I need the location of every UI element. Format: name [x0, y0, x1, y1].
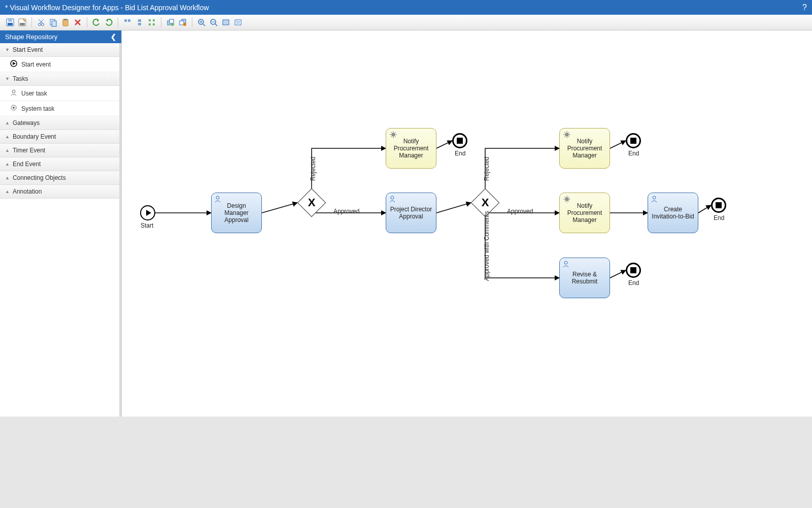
end-event[interactable] — [626, 133, 641, 148]
system-task[interactable]: Notify Procurement Manager — [559, 193, 610, 233]
node-label: End — [628, 279, 639, 287]
node-label: End — [628, 150, 639, 157]
paste-button[interactable] — [60, 17, 71, 27]
sidebar-category[interactable]: ▼Tasks — [0, 72, 119, 86]
user-task[interactable]: Create Invitation-to-Bid — [648, 193, 698, 233]
zoom-out-button[interactable] — [209, 17, 219, 27]
task-label: Revise & Resubmit — [563, 271, 606, 285]
zoom-actual-button[interactable] — [233, 17, 243, 27]
delete-button[interactable] — [73, 17, 83, 27]
gear-icon — [563, 131, 571, 140]
sidebar-category[interactable]: ▲Connecting Objects — [0, 171, 119, 185]
svg-point-21 — [171, 23, 174, 26]
system-task[interactable]: Notify Procurement Manager — [386, 128, 436, 169]
chevron-up-icon: ▲ — [5, 189, 10, 194]
svg-rect-2 — [8, 19, 12, 22]
distribute-button[interactable] — [147, 17, 157, 27]
gear-icon — [389, 131, 397, 140]
svg-rect-29 — [236, 21, 240, 24]
toolbar-separator — [31, 17, 32, 27]
app-header: * Visual Workflow Designer for Apps - Bi… — [0, 0, 812, 15]
end-event[interactable] — [711, 198, 726, 213]
chevron-down-icon: ▼ — [5, 47, 10, 52]
toolbar-separator — [192, 17, 192, 27]
palette-item[interactable]: User task — [0, 86, 119, 101]
zoom-in-button[interactable] — [196, 17, 207, 27]
save-button[interactable] — [5, 17, 15, 27]
toolbar-separator — [161, 17, 161, 27]
palette-item[interactable]: System task — [0, 101, 119, 116]
start-event[interactable] — [140, 205, 155, 220]
sidebar-category-label: Timer Event — [13, 147, 45, 154]
user-task[interactable]: Project Director Approval — [386, 193, 436, 233]
node-label: End — [714, 214, 724, 221]
svg-point-5 — [39, 23, 41, 26]
sidebar-category-label: Gateways — [13, 119, 40, 126]
page-title: Visual Workflow Designer for Apps - Bid … — [10, 4, 209, 12]
edge-label: Approved — [507, 208, 533, 215]
undo-button[interactable] — [91, 17, 101, 27]
task-label: Notify Procurement Manager — [389, 138, 433, 159]
svg-rect-12 — [128, 19, 130, 22]
copy-button[interactable] — [48, 17, 58, 27]
svg-point-6 — [42, 23, 44, 26]
sidebar-category[interactable]: ▲Annotation — [0, 185, 119, 199]
toolbar-separator — [87, 17, 87, 27]
end-event[interactable] — [452, 133, 467, 148]
toolbar — [0, 15, 812, 30]
svg-rect-27 — [223, 20, 229, 25]
sidebar-category[interactable]: ▲Boundary Event — [0, 130, 119, 144]
svg-rect-8 — [52, 21, 56, 26]
chevron-up-icon: ▲ — [5, 120, 10, 125]
svg-point-24 — [183, 23, 186, 26]
svg-rect-17 — [149, 23, 151, 25]
sidebar-category[interactable]: ▼Start Event — [0, 43, 119, 57]
svg-point-31 — [12, 90, 15, 93]
edge-label: Approved — [333, 208, 359, 215]
end-event[interactable] — [626, 263, 641, 278]
cut-button[interactable] — [36, 17, 46, 27]
task-label: Design Manager Approval — [215, 202, 258, 224]
sidebar-category-label: End Event — [13, 161, 41, 168]
gateway[interactable]: X — [297, 188, 326, 217]
system-task[interactable]: Notify Procurement Manager — [559, 128, 610, 169]
user-icon — [10, 89, 17, 98]
sidebar-category-label: Boundary Event — [13, 133, 56, 140]
svg-rect-11 — [124, 19, 127, 22]
bring-front-button[interactable] — [165, 17, 176, 27]
zoom-fit-button[interactable] — [221, 17, 231, 27]
user-task[interactable]: Revise & Resubmit — [559, 258, 610, 298]
svg-point-33 — [13, 107, 15, 109]
save-as-button[interactable] — [17, 17, 27, 27]
user-icon — [389, 195, 397, 205]
sidebar-collapse-icon[interactable]: ❮ — [111, 33, 116, 41]
task-label: Notify Procurement Manager — [563, 202, 606, 224]
svg-rect-14 — [138, 23, 141, 25]
edge-label: Rejected — [483, 156, 490, 180]
send-back-button[interactable] — [178, 17, 188, 27]
node-label: End — [455, 150, 465, 157]
sidebar-title: Shape Repository — [5, 33, 57, 41]
chevron-up-icon: ▲ — [5, 175, 10, 180]
sidebar-category-label: Start Event — [13, 46, 43, 53]
start-icon — [10, 60, 17, 69]
svg-rect-15 — [149, 19, 151, 21]
gear-icon — [10, 104, 17, 113]
help-icon[interactable]: ? — [802, 3, 807, 12]
user-icon — [215, 195, 223, 205]
align-button[interactable] — [122, 17, 132, 27]
align-center-button[interactable] — [134, 17, 145, 27]
sidebar-header: Shape Repository ❮ — [0, 30, 121, 43]
edge-label: Approved with Comments — [483, 211, 490, 281]
redo-button[interactable] — [104, 17, 114, 27]
user-task[interactable]: Design Manager Approval — [211, 193, 262, 233]
palette-item[interactable]: Start event — [0, 57, 119, 72]
palette-item-label: System task — [21, 105, 54, 112]
sidebar-category[interactable]: ▲End Event — [0, 157, 119, 171]
svg-rect-16 — [153, 19, 155, 21]
sidebar-category-label: Connecting Objects — [13, 174, 66, 181]
sidebar-category[interactable]: ▲Gateways — [0, 116, 119, 130]
chevron-up-icon: ▲ — [5, 162, 10, 167]
sidebar-category[interactable]: ▲Timer Event — [0, 144, 119, 157]
svg-rect-18 — [153, 23, 155, 25]
